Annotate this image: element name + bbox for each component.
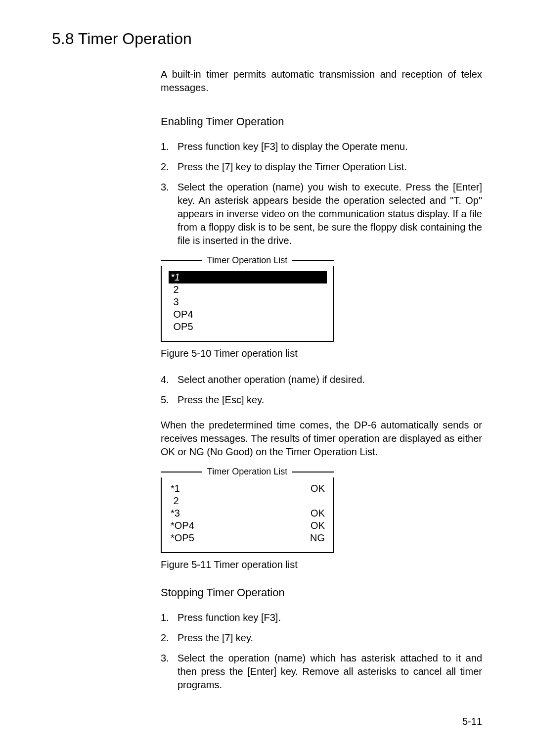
table-row: OP4 xyxy=(169,308,327,321)
step-text: Press the [Esc] key. xyxy=(178,393,482,407)
box-title-row: Timer Operation List xyxy=(161,466,334,477)
box-border xyxy=(292,472,334,472)
op-name: 2 xyxy=(171,495,179,507)
op-name: 3 xyxy=(171,296,179,308)
figure-caption-1: Figure 5-10 Timer operation list xyxy=(161,347,482,360)
list-item: 2. Press the [7] key. xyxy=(161,631,482,645)
table-row: 2 xyxy=(169,284,327,296)
op-status: OK xyxy=(311,482,325,495)
table-row: 3 xyxy=(169,296,327,308)
box-border xyxy=(292,260,334,261)
timer-operation-list-1: Timer Operation List *1 2 3 OP4 xyxy=(161,254,334,342)
table-row: 2 xyxy=(169,495,327,507)
box-border xyxy=(161,472,202,472)
box-title: Timer Operation List xyxy=(202,254,292,266)
box-border xyxy=(161,260,202,261)
table-row: *3 OK xyxy=(169,507,327,520)
table-row: *1 OK xyxy=(169,482,327,495)
step-number: 3. xyxy=(161,181,178,247)
step-number: 4. xyxy=(161,373,178,386)
op-status: OK xyxy=(311,507,325,520)
page-number: 5-11 xyxy=(462,716,482,727)
step-text: Press function key [F3]. xyxy=(178,611,482,624)
step-number: 2. xyxy=(161,160,178,174)
step-number: 5. xyxy=(161,393,178,407)
step-text: Press the [7] key. xyxy=(178,631,482,645)
list-item: 5. Press the [Esc] key. xyxy=(161,393,482,407)
list-item: 3. Select the operation (name) which has… xyxy=(161,652,482,692)
intro-paragraph: A built-in timer permits automatic trans… xyxy=(161,68,482,94)
op-status: NG xyxy=(310,532,325,544)
figure-caption-2: Figure 5-11 Timer operation list xyxy=(161,558,482,571)
page: 5.8 Timer Operation A built-in timer per… xyxy=(0,0,534,756)
section-heading: 5.8 Timer Operation xyxy=(52,30,482,48)
list-item: 3. Select the operation (name) you wish … xyxy=(161,181,482,247)
op-name: *1 xyxy=(171,271,180,284)
enable-heading: Enabling Timer Operation xyxy=(161,114,482,129)
timer-operation-list-2: Timer Operation List *1 OK 2 *3 OK *OP4 xyxy=(161,466,334,553)
table-row: *1 xyxy=(169,271,327,284)
content-block: A built-in timer permits automatic trans… xyxy=(161,68,482,692)
table-row: *OP5 NG xyxy=(169,532,327,544)
op-status: OK xyxy=(311,520,325,532)
box-title-row: Timer Operation List xyxy=(161,254,334,266)
list-item: 4. Select another operation (name) if de… xyxy=(161,373,482,386)
step-text: Select the operation (name) you wish to … xyxy=(178,181,482,247)
enable-steps: 1. Press function key [F3] to display th… xyxy=(161,140,482,247)
list-item: 1. Press function key [F3]. xyxy=(161,611,482,624)
result-paragraph: When the predetermined time comes, the D… xyxy=(161,419,482,459)
list-item: 2. Press the [7] key to display the Time… xyxy=(161,160,482,174)
op-name: OP5 xyxy=(171,321,193,333)
stop-heading: Stopping Timer Operation xyxy=(161,585,482,600)
enable-steps-cont: 4. Select another operation (name) if de… xyxy=(161,373,482,407)
step-number: 1. xyxy=(161,611,178,624)
op-name: OP4 xyxy=(171,308,193,321)
table-row: *OP4 OK xyxy=(169,520,327,532)
step-text: Select the operation (name) which has as… xyxy=(178,652,482,692)
step-number: 2. xyxy=(161,631,178,645)
box-body: *1 2 3 OP4 OP5 xyxy=(161,266,334,342)
step-text: Press the [7] key to display the Timer O… xyxy=(178,160,482,174)
op-name: *OP4 xyxy=(171,520,194,532)
step-text: Press function key [F3] to display the O… xyxy=(178,140,482,153)
list-item: 1. Press function key [F3] to display th… xyxy=(161,140,482,153)
box-title: Timer Operation List xyxy=(202,466,292,477)
step-number: 1. xyxy=(161,140,178,153)
step-text: Select another operation (name) if desir… xyxy=(178,373,482,386)
op-name: *OP5 xyxy=(171,532,194,544)
op-name: *1 xyxy=(171,482,180,495)
table-row: OP5 xyxy=(169,321,327,333)
stop-steps: 1. Press function key [F3]. 2. Press the… xyxy=(161,611,482,692)
box-body: *1 OK 2 *3 OK *OP4 OK *OP5 NG xyxy=(161,477,334,553)
step-number: 3. xyxy=(161,652,178,692)
op-name: *3 xyxy=(171,507,180,520)
op-name: 2 xyxy=(171,284,179,296)
